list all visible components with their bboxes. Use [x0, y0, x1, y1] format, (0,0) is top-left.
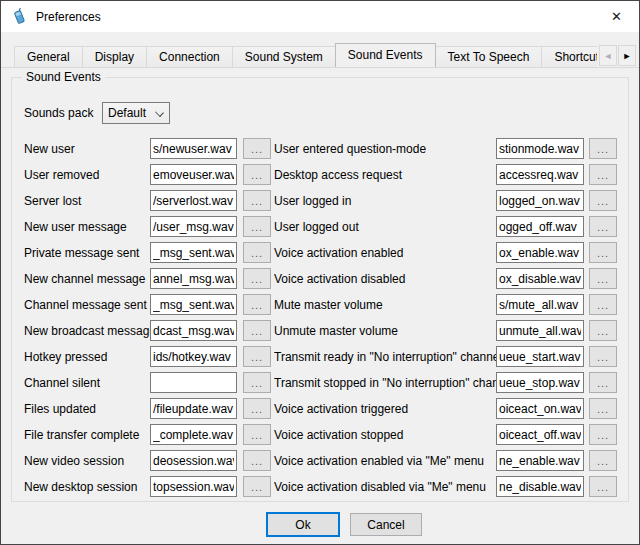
browse-button[interactable]: ...: [243, 346, 271, 367]
footer: Ok Cancel: [1, 502, 639, 545]
sound-file-input[interactable]: [150, 190, 237, 211]
sound-file-input[interactable]: [496, 216, 584, 237]
browse-button[interactable]: ...: [589, 268, 617, 289]
sound-event-label: Transmit ready in "No interruption" chan…: [274, 350, 496, 364]
browse-button[interactable]: ...: [589, 398, 617, 419]
sound-file-input[interactable]: [496, 424, 584, 445]
sound-event-row: New broadcast message ...: [24, 320, 271, 341]
tab-sound-system[interactable]: Sound System: [232, 46, 336, 67]
tab-display[interactable]: Display: [82, 46, 147, 67]
sound-file-input[interactable]: [496, 190, 584, 211]
sound-event-label: User logged out: [274, 220, 496, 234]
browse-button[interactable]: ...: [589, 424, 617, 445]
sound-file-input[interactable]: [496, 320, 584, 341]
browse-button[interactable]: ...: [243, 398, 271, 419]
left-arrow-icon: ◄: [604, 51, 613, 61]
sound-event-label: Unmute master volume: [274, 324, 496, 338]
sound-file-input[interactable]: [150, 294, 237, 315]
tabstrip-wrap: GeneralDisplayConnectionSound SystemSoun…: [1, 43, 639, 67]
browse-button[interactable]: ...: [243, 424, 271, 445]
sound-file-input[interactable]: [496, 476, 584, 497]
browse-button[interactable]: ...: [243, 216, 271, 237]
browse-button[interactable]: ...: [589, 476, 617, 497]
browse-button[interactable]: ...: [243, 138, 271, 159]
tab-text-to-speech[interactable]: Text To Speech: [435, 46, 543, 67]
sounds-pack-row: Sounds pack Default: [24, 102, 614, 124]
browse-button[interactable]: ...: [243, 164, 271, 185]
titlebar: Preferences ✕: [1, 1, 639, 32]
browse-button[interactable]: ...: [243, 450, 271, 471]
browse-button[interactable]: ...: [243, 268, 271, 289]
sound-file-input[interactable]: [150, 346, 237, 367]
sounds-pack-select[interactable]: Default: [102, 102, 170, 124]
tab-scrollers: ◄ ►: [598, 45, 636, 66]
sound-event-row: Voice activation stopped ...: [274, 424, 617, 445]
sound-event-row: User logged out ...: [274, 216, 617, 237]
sound-file-input[interactable]: [150, 216, 237, 237]
browse-button[interactable]: ...: [589, 372, 617, 393]
sound-file-input[interactable]: [496, 268, 584, 289]
ok-button[interactable]: Ok: [266, 512, 340, 537]
tab-sound-events[interactable]: Sound Events: [335, 43, 436, 67]
sound-event-row: New user ...: [24, 138, 271, 159]
tab-scroll-right-button[interactable]: ►: [618, 45, 636, 66]
close-button[interactable]: ✕: [594, 1, 639, 32]
sound-file-input[interactable]: [150, 476, 237, 497]
sound-file-input[interactable]: [496, 138, 584, 159]
sound-event-label: Mute master volume: [274, 298, 496, 312]
sound-file-input[interactable]: [496, 242, 584, 263]
sound-file-input[interactable]: [496, 346, 584, 367]
browse-button[interactable]: ...: [589, 216, 617, 237]
tab-bar: GeneralDisplayConnectionSound SystemSoun…: [1, 43, 597, 67]
browse-button[interactable]: ...: [589, 320, 617, 341]
sound-file-input[interactable]: [150, 164, 237, 185]
tab-scroll-left-button[interactable]: ◄: [599, 45, 617, 66]
browse-button[interactable]: ...: [243, 320, 271, 341]
sound-event-row: Server lost ...: [24, 190, 271, 211]
sound-event-row: Files updated ...: [24, 398, 271, 419]
sound-event-row: Channel silent ...: [24, 372, 271, 393]
sound-event-row: Desktop access request ...: [274, 164, 617, 185]
tab-shortcuts[interactable]: Shortcuts: [541, 46, 597, 67]
browse-button[interactable]: ...: [589, 450, 617, 471]
sound-file-input[interactable]: [150, 398, 237, 419]
sound-file-input[interactable]: [496, 164, 584, 185]
browse-button[interactable]: ...: [589, 294, 617, 315]
browse-button[interactable]: ...: [243, 372, 271, 393]
sound-rows-right: User entered question-mode ... Desktop a…: [274, 138, 617, 502]
sound-file-input[interactable]: [150, 268, 237, 289]
sound-file-input[interactable]: [150, 242, 237, 263]
sound-event-row: Mute master volume ...: [274, 294, 617, 315]
sound-file-input[interactable]: [496, 294, 584, 315]
groupbox-title: Sound Events: [22, 70, 105, 84]
sound-file-input[interactable]: [496, 372, 584, 393]
browse-button[interactable]: ...: [589, 242, 617, 263]
sound-event-row: New desktop session ...: [24, 476, 271, 497]
sound-event-row: Voice activation disabled ...: [274, 268, 617, 289]
sound-event-label: Server lost: [24, 194, 150, 208]
browse-button[interactable]: ...: [243, 190, 271, 211]
sound-event-label: New broadcast message: [24, 324, 150, 338]
browse-button[interactable]: ...: [589, 138, 617, 159]
sound-file-input[interactable]: [496, 398, 584, 419]
tab-general[interactable]: General: [14, 46, 83, 67]
sound-file-input[interactable]: [150, 450, 237, 471]
sound-event-row: New channel message ...: [24, 268, 271, 289]
browse-button[interactable]: ...: [243, 476, 271, 497]
sound-file-input[interactable]: [496, 450, 584, 471]
sound-event-label: Transmit stopped in "No interruption" ch…: [274, 376, 496, 390]
sound-file-input[interactable]: [150, 138, 237, 159]
sound-file-input[interactable]: [150, 372, 237, 393]
browse-button[interactable]: ...: [589, 164, 617, 185]
sound-file-input[interactable]: [150, 424, 237, 445]
chevron-down-icon: [155, 108, 164, 117]
browse-button[interactable]: ...: [589, 190, 617, 211]
browse-button[interactable]: ...: [589, 346, 617, 367]
browse-button[interactable]: ...: [243, 242, 271, 263]
sound-event-label: Voice activation enabled via "Me" menu: [274, 454, 496, 468]
cancel-button[interactable]: Cancel: [350, 513, 422, 536]
app-icon: [11, 8, 28, 25]
browse-button[interactable]: ...: [243, 294, 271, 315]
tab-connection[interactable]: Connection: [146, 46, 233, 67]
sound-file-input[interactable]: [150, 320, 237, 341]
